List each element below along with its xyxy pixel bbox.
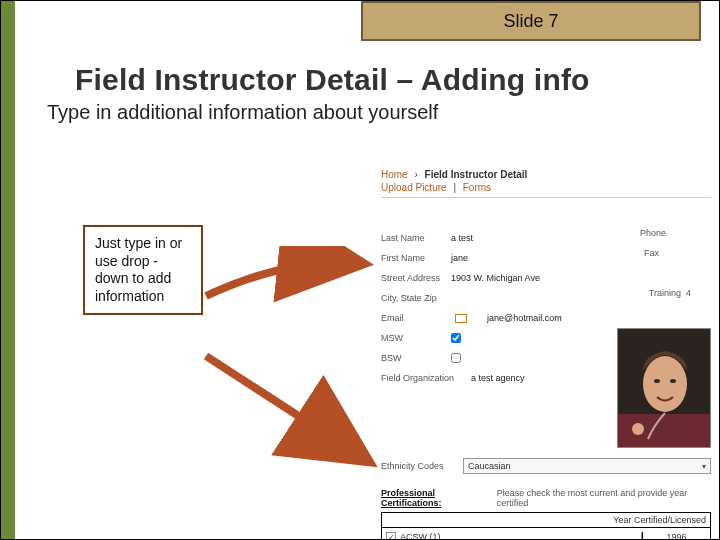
label-msw: MSW <box>381 333 451 343</box>
arrow-icon <box>201 351 381 471</box>
label-bsw: BSW <box>381 353 451 363</box>
slide-number-box: Slide 7 <box>361 1 701 41</box>
slide-frame: Slide 7 Field Instructor Detail – Adding… <box>0 0 720 540</box>
checkbox-msw[interactable] <box>451 333 461 343</box>
link-upload-picture[interactable]: Upload Picture <box>381 182 447 193</box>
svg-point-4 <box>643 356 687 412</box>
cert-label: ACSW (1) <box>400 532 441 540</box>
mail-icon <box>455 314 467 323</box>
screenshot-panel: Home › Field Instructor Detail Upload Pi… <box>381 165 711 519</box>
link-forms[interactable]: Forms <box>463 182 491 193</box>
breadcrumb-current: Field Instructor Detail <box>425 169 528 180</box>
label-first-name: First Name <box>381 253 451 263</box>
chevron-down-icon: ▾ <box>702 462 706 471</box>
value-first-name[interactable]: jane <box>451 253 468 263</box>
label-street: Street Address <box>381 273 451 283</box>
cert-year[interactable]: 1996 <box>642 532 710 540</box>
label-field-org: Field Organization <box>381 373 471 383</box>
label-fax: Fax <box>644 248 659 258</box>
breadcrumb-home[interactable]: Home <box>381 169 408 180</box>
cert-heading-sub: Please check the most current and provid… <box>497 488 711 508</box>
svg-point-5 <box>654 379 660 383</box>
select-ethnicity-value: Caucasian <box>468 461 511 471</box>
ethnicity-row: Ethnicity Codes Caucasian ▾ <box>381 458 711 474</box>
divider: | <box>449 182 460 193</box>
label-email: Email <box>381 313 451 323</box>
value-field-org[interactable]: a test agency <box>471 373 525 383</box>
value-last-name[interactable]: a test <box>451 233 473 243</box>
slide-number: Slide 7 <box>503 11 558 32</box>
svg-point-6 <box>670 379 676 383</box>
select-ethnicity[interactable]: Caucasian ▾ <box>463 458 711 474</box>
value-street[interactable]: 1903 W. Michigan Ave <box>451 273 540 283</box>
value-email[interactable]: jane@hotmail.com <box>487 313 562 323</box>
cert-heading-label: Professional Certifications: <box>381 488 493 508</box>
profile-photo <box>617 328 711 448</box>
label-phone: Phone <box>640 228 666 238</box>
chevron-right-icon: › <box>410 169 421 180</box>
checkbox-cert[interactable]: ✓ <box>386 532 396 540</box>
breadcrumb: Home › Field Instructor Detail <box>381 165 711 182</box>
label-ethnicity: Ethnicity Codes <box>381 461 459 471</box>
cert-col-year: Year Certified/Licensed <box>382 513 710 528</box>
slide-subtitle: Type in additional information about you… <box>47 101 438 124</box>
cert-heading: Professional Certifications: Please chec… <box>381 488 711 508</box>
slide-title: Field Instructor Detail – Adding info <box>75 63 590 97</box>
label-last-name: Last Name <box>381 233 451 243</box>
svg-point-7 <box>632 423 644 435</box>
sub-nav: Upload Picture | Forms <box>381 182 711 198</box>
label-city: City, State Zip <box>381 293 451 303</box>
checkbox-bsw[interactable] <box>451 353 461 363</box>
table-row: ✓ACSW (1)1996 <box>382 528 710 540</box>
arrow-icon <box>201 246 381 306</box>
cert-table: Year Certified/Licensed ✓ACSW (1)1996✓Li… <box>381 512 711 540</box>
callout-box: Just type in or use drop -down to add in… <box>83 225 203 315</box>
form-area: Phone Fax Training 4 Last Namea test Fir… <box>381 228 711 540</box>
label-training: Training <box>649 288 681 298</box>
left-accent-bar <box>1 1 15 540</box>
value-training: 4 <box>686 288 691 298</box>
